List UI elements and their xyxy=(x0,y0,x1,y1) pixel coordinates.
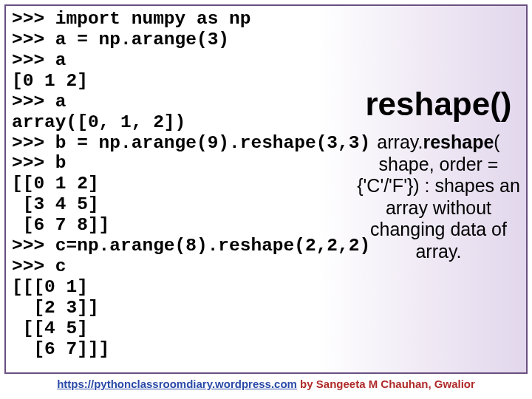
side-desc-prefix: array. xyxy=(377,132,423,152)
code-line: [6 7]]] xyxy=(12,339,109,359)
code-line: >>> b = np.arange(9).reshape(3,3) xyxy=(12,133,370,153)
code-line: [[[0 1] xyxy=(12,277,88,297)
footer-link[interactable]: https://pythonclassroomdiary.wordpress.c… xyxy=(57,378,297,390)
footer-by: by Sangeeta M Chauhan, Gwalior xyxy=(297,378,475,390)
code-line: >>> import numpy as np xyxy=(12,9,250,29)
code-line: >>> a xyxy=(12,92,66,112)
side-title: reshape() xyxy=(355,86,522,123)
side-description: array.reshape( shape, order = {'C'/'F'})… xyxy=(355,132,522,262)
code-line: >>> a = np.arange(3) xyxy=(12,30,229,50)
side-desc-bold: reshape xyxy=(423,132,494,152)
code-line: [[0 1 2] xyxy=(12,174,99,194)
code-line: >>> c=np.arange(8).reshape(2,2,2) xyxy=(12,236,370,256)
code-line: >>> b xyxy=(12,153,66,173)
code-line: [2 3]] xyxy=(12,298,99,318)
code-line: [6 7 8]] xyxy=(12,215,109,235)
code-line: >>> c xyxy=(12,256,66,276)
code-line: [[4 5] xyxy=(12,318,88,338)
code-line: [3 4 5] xyxy=(12,194,99,214)
code-line: array([0, 1, 2]) xyxy=(12,112,185,132)
code-line: [0 1 2] xyxy=(12,71,88,91)
code-line: >>> a xyxy=(12,50,66,70)
footer: https://pythonclassroomdiary.wordpress.c… xyxy=(0,378,532,390)
slide: >>> import numpy as np >>> a = np.arange… xyxy=(0,0,532,399)
